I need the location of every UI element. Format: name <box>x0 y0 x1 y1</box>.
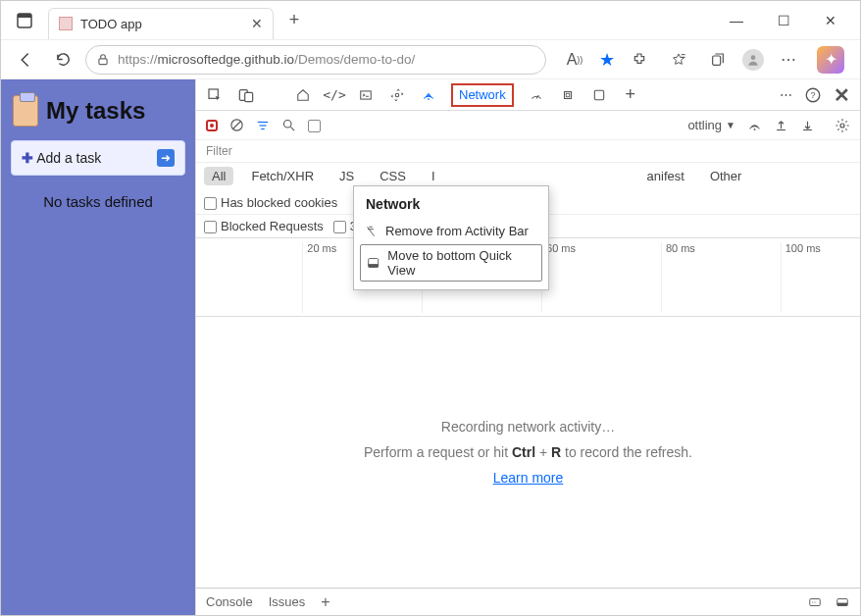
svg-rect-35 <box>369 264 379 267</box>
devtools-panel: </> Network + ⋯ ? ✕ ottling ▼ <box>195 79 860 615</box>
filter-js[interactable]: JS <box>331 167 362 185</box>
drawer-toggle-icon[interactable] <box>835 595 850 609</box>
tab-add[interactable]: + <box>622 79 639 110</box>
svg-rect-14 <box>566 93 570 97</box>
filter-other[interactable]: Other <box>702 167 750 185</box>
tab-network-icon[interactable] <box>420 79 437 110</box>
drawer-console-tab[interactable]: Console <box>206 594 253 609</box>
learn-more-link[interactable]: Learn more <box>493 470 564 486</box>
svg-rect-13 <box>564 91 571 98</box>
svg-point-23 <box>284 121 292 128</box>
browser-tab[interactable]: TODO app ✕ <box>48 8 274 39</box>
svg-point-25 <box>754 128 756 130</box>
favorite-star-icon[interactable]: ★ <box>599 49 615 71</box>
window-tabs-icon[interactable] <box>1 13 48 28</box>
ctx-remove-activity-bar[interactable]: Remove from Activity Bar <box>354 220 548 242</box>
extensions-icon[interactable] <box>625 45 654 75</box>
add-task-label: Add a task <box>36 150 101 166</box>
network-context-menu: Network Remove from Activity Bar Move to… <box>353 185 549 290</box>
tab-welcome[interactable] <box>294 79 312 110</box>
clear-button[interactable] <box>229 118 244 132</box>
devtools-more-icon[interactable]: ⋯ <box>780 87 792 102</box>
read-aloud-icon[interactable]: A)) <box>560 45 589 75</box>
preserve-log-checkbox[interactable] <box>308 118 325 132</box>
throttling-dropdown[interactable]: ottling ▼ <box>687 118 735 132</box>
clipboard-icon <box>13 95 38 127</box>
filter-css[interactable]: CSS <box>372 167 414 185</box>
tab-memory[interactable] <box>559 79 577 110</box>
drawer-add-tab[interactable]: + <box>321 593 329 611</box>
devtools-close-icon[interactable]: ✕ <box>834 83 850 107</box>
svg-point-12 <box>428 98 430 100</box>
filter-img-trunc[interactable]: I <box>424 167 443 185</box>
svg-rect-9 <box>245 92 253 101</box>
network-conditions-icon[interactable] <box>747 118 762 132</box>
app-sidebar: My tasks ✚ Add a task ➜ No tasks defined <box>1 79 195 615</box>
window-maximize[interactable]: ☐ <box>770 13 797 28</box>
address-bar[interactable]: https://microsoftedge.github.io/Demos/de… <box>85 45 546 75</box>
export-har-icon[interactable] <box>774 118 788 132</box>
tab-favicon <box>59 17 73 30</box>
has-blocked-cookies-checkbox[interactable]: Has blocked cookies <box>204 195 337 210</box>
devtools-drawer: Console Issues + <box>196 588 860 615</box>
page-title: My tasks <box>46 97 145 125</box>
tab-network[interactable]: Network <box>451 83 514 107</box>
network-toolbar: ottling ▼ <box>196 111 860 140</box>
svg-point-11 <box>395 93 399 97</box>
submit-arrow-icon[interactable]: ➜ <box>157 149 175 167</box>
svg-rect-15 <box>594 90 603 99</box>
svg-line-24 <box>290 127 294 130</box>
import-har-icon[interactable] <box>800 118 815 132</box>
filter-all[interactable]: All <box>204 167 233 185</box>
svg-point-6 <box>751 55 756 60</box>
ctx-move-bottom-quickview[interactable]: Move to bottom Quick View <box>360 244 542 282</box>
inspect-element-icon[interactable] <box>206 86 224 104</box>
devtools-help-icon[interactable]: ? <box>804 86 822 104</box>
tab-application[interactable] <box>590 79 608 110</box>
devtools-tabstrip: </> Network + ⋯ ? ✕ <box>196 79 860 111</box>
svg-point-28 <box>840 124 844 128</box>
drawer-issues-tab[interactable]: Issues <box>269 594 306 609</box>
filter-fetch[interactable]: Fetch/XHR <box>243 167 322 185</box>
svg-rect-10 <box>361 90 372 98</box>
drawer-errors-icon[interactable] <box>807 595 823 609</box>
timeline-tick: 20 ms <box>302 242 336 313</box>
tab-console[interactable] <box>357 79 375 110</box>
window-close[interactable]: ✕ <box>817 13 844 28</box>
timeline-tick: 100 ms <box>781 242 821 313</box>
empty-tasks-label: No tasks defined <box>11 193 185 210</box>
filter-input-label[interactable]: Filter <box>196 140 860 163</box>
tab-sources[interactable] <box>388 79 406 110</box>
profile-avatar[interactable] <box>742 49 764 71</box>
collections-icon[interactable] <box>703 45 733 75</box>
menu-dots-icon[interactable]: ⋯ <box>774 45 803 75</box>
network-empty-state: Recording network activity… Perform a re… <box>196 317 860 588</box>
svg-rect-2 <box>99 58 107 64</box>
hint-label: Perform a request or hit Ctrl + R to rec… <box>364 444 692 460</box>
ctx-title: Network <box>354 192 548 220</box>
search-icon[interactable] <box>281 118 296 132</box>
record-button[interactable] <box>206 120 218 131</box>
svg-text:?: ? <box>810 90 815 100</box>
tab-elements[interactable]: </> <box>326 79 343 110</box>
network-settings-icon[interactable] <box>835 118 850 133</box>
svg-point-31 <box>814 601 815 602</box>
favorites-bar-icon[interactable] <box>664 45 693 75</box>
recording-label: Recording network activity… <box>441 419 615 435</box>
copilot-icon[interactable]: ✦ <box>817 46 844 74</box>
tab-close-icon[interactable]: ✕ <box>251 16 263 31</box>
svg-line-19 <box>233 122 241 129</box>
svg-point-30 <box>812 601 813 602</box>
add-task-input[interactable]: ✚ Add a task ➜ <box>11 140 185 176</box>
new-tab-button[interactable]: + <box>279 10 309 30</box>
blocked-requests-checkbox[interactable]: Blocked Requests <box>204 219 324 233</box>
window-minimize[interactable]: ― <box>723 13 750 28</box>
back-button[interactable] <box>11 45 40 75</box>
device-toggle-icon[interactable] <box>237 86 255 104</box>
site-lock-icon[interactable] <box>96 53 110 67</box>
refresh-button[interactable] <box>48 45 77 75</box>
filter-manifest-trunc[interactable]: anifest <box>639 167 692 185</box>
tab-performance[interactable] <box>528 79 545 110</box>
svg-rect-1 <box>18 14 31 18</box>
filter-funnel-icon[interactable] <box>256 119 270 132</box>
